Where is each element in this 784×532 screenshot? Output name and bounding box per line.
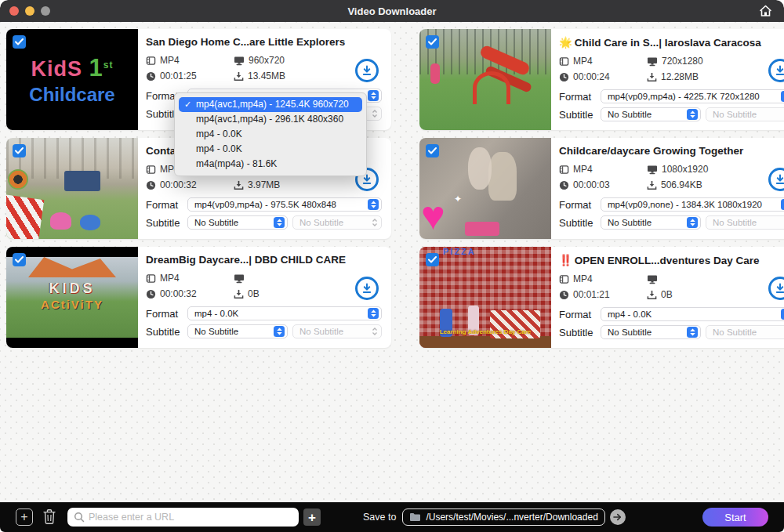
subtitle-label: Subtitle xyxy=(559,327,596,338)
video-title: DreamBig Daycare...| DBD CHILD CARE xyxy=(146,254,382,266)
open-folder-arrow-button[interactable] xyxy=(610,509,626,525)
download-button[interactable] xyxy=(768,59,784,82)
select-checkbox[interactable] xyxy=(13,144,26,157)
dropdown-option[interactable]: m4a(mp4a) - 81.6K xyxy=(179,157,362,172)
stepper-icon xyxy=(687,327,698,338)
stepper-icon xyxy=(274,217,285,228)
format-label: Format xyxy=(559,91,596,103)
bottom-toolbar: + + Save to /Users/test/Movies/...nverte… xyxy=(0,502,784,532)
dropdown-option[interactable]: mp4 - 0.0K xyxy=(179,142,362,157)
video-thumbnail xyxy=(419,29,551,130)
video-title: Childcare/daycare Growing Together xyxy=(559,145,784,157)
filesize-icon xyxy=(234,71,244,81)
video-list-area: KidS 1st Childcare San Diego Home C...ar… xyxy=(0,22,784,502)
video-thumbnail: KIDS ACtiViTY xyxy=(6,247,138,348)
subtitle-select-secondary[interactable]: No Subtitle xyxy=(706,215,784,230)
format-select[interactable]: mp4(vp09,mp4a) - 4225.7K 720x1280 xyxy=(601,89,784,103)
subtitle-select-secondary[interactable]: No Subtitle xyxy=(292,215,382,230)
select-checkbox[interactable] xyxy=(426,253,439,266)
download-icon xyxy=(775,283,784,295)
checkmark-icon: ✓ xyxy=(184,97,191,112)
stepper-icon xyxy=(368,199,379,210)
format-value: MP4 xyxy=(160,273,180,284)
filesize-value: 506.94KB xyxy=(661,179,702,190)
select-checkbox[interactable] xyxy=(426,144,439,157)
thumbnail-text: Childcare xyxy=(29,84,114,106)
save-path-value: /Users/test/Movies/...nverter/Downloaded xyxy=(426,512,597,523)
filesize-icon xyxy=(647,72,657,82)
download-button[interactable] xyxy=(355,277,379,300)
url-input[interactable] xyxy=(89,512,292,523)
video-meta: MP4 00:00:32 0B xyxy=(146,273,326,299)
download-button[interactable] xyxy=(768,168,784,191)
video-card: ♥ ✦ Childcare/daycare Growing Together M… xyxy=(419,138,784,239)
subtitle-select[interactable]: No Subtitle xyxy=(601,107,701,121)
subtitle-select-secondary[interactable]: No Subtitle xyxy=(706,325,784,339)
duration-icon xyxy=(146,180,156,190)
resolution-icon xyxy=(647,165,658,175)
video-title: 🌟Child Care in S...| Iaroslava Caracosa xyxy=(559,36,784,49)
select-checkbox[interactable] xyxy=(426,35,439,49)
subtitle-select[interactable]: No Subtitle xyxy=(187,324,288,338)
save-path-field[interactable]: /Users/test/Movies/...nverter/Downloaded xyxy=(402,508,604,526)
format-select[interactable]: mp4 - 0.0K xyxy=(187,306,382,320)
stepper-icon xyxy=(781,91,784,102)
subtitle-select[interactable]: No Subtitle xyxy=(601,215,701,230)
save-to-label: Save to xyxy=(363,512,396,523)
dropdown-option[interactable]: mp4 - 0.0K xyxy=(179,127,362,142)
file-format-icon xyxy=(559,165,569,175)
duration-value: 00:00:32 xyxy=(160,288,197,299)
start-button[interactable]: Start xyxy=(702,508,768,527)
video-meta: MP4 1080x1920 00:00:03 506.94KB xyxy=(559,164,739,190)
resolution-icon xyxy=(647,56,658,67)
app-window: Video Downloader KidS 1st Childcare San … xyxy=(0,0,784,532)
format-label: Format xyxy=(146,199,183,211)
format-select[interactable]: mp4(vp09,none) - 1384.3K 1080x1920 xyxy=(601,197,784,212)
zoom-window-button[interactable] xyxy=(41,6,50,16)
subtitle-select[interactable]: No Subtitle xyxy=(601,325,701,339)
add-url-button[interactable]: + xyxy=(303,508,321,526)
video-title: ‼️OPEN ENROLL...dventures Day Care xyxy=(559,254,784,266)
heart-graphic: ♥ xyxy=(421,195,445,236)
format-value: MP4 xyxy=(160,55,180,66)
subtitle-select[interactable]: No Subtitle xyxy=(187,215,288,230)
add-task-button[interactable]: + xyxy=(16,508,33,526)
trash-icon[interactable] xyxy=(41,508,58,527)
titlebar: Video Downloader xyxy=(0,0,784,22)
resolution-value: 1080x1920 xyxy=(662,164,708,175)
dropdown-option[interactable]: mp4(avc1,mp4a) - 296.1K 480x360 xyxy=(179,112,362,127)
traffic-lights xyxy=(9,6,50,16)
subtitle-label: Subtitle xyxy=(146,326,183,338)
duration-value: 00:00:03 xyxy=(573,179,610,190)
format-select[interactable]: mp4 - 0.0K xyxy=(601,307,784,321)
download-button[interactable] xyxy=(355,59,379,82)
file-format-icon xyxy=(146,165,156,175)
filesize-value: 3.97MB xyxy=(248,179,280,190)
resolution-icon xyxy=(234,273,245,284)
download-icon xyxy=(775,174,784,186)
format-label: Format xyxy=(146,308,183,320)
download-button[interactable] xyxy=(768,277,784,300)
resolution-icon xyxy=(234,56,245,66)
home-icon[interactable] xyxy=(757,4,773,18)
select-checkbox[interactable] xyxy=(13,35,26,49)
duration-icon xyxy=(559,290,569,300)
video-card: 🌟Child Care in S...| Iaroslava Caracosa … xyxy=(419,29,784,130)
minimize-window-button[interactable] xyxy=(25,6,34,16)
filesize-value: 0B xyxy=(248,288,260,299)
chevron-updown-icon xyxy=(371,109,379,118)
dropdown-option[interactable]: ✓mp4(avc1,mp4a) - 1245.4K 960x720 xyxy=(179,97,362,112)
video-meta: MP4 720x1280 00:00:24 12.28MB xyxy=(559,56,739,82)
close-window-button[interactable] xyxy=(9,6,19,16)
url-input-container xyxy=(67,508,299,527)
subtitle-select-secondary[interactable]: No Subtitle xyxy=(292,324,382,338)
subtitle-select-secondary[interactable]: No Subtitle xyxy=(706,107,784,121)
resolution-value: 720x1280 xyxy=(662,56,703,67)
stepper-icon xyxy=(687,109,698,120)
format-select[interactable]: mp4(vp09,mp4a) - 975.5K 480x848 xyxy=(187,197,382,212)
duration-value: 00:01:25 xyxy=(160,71,197,81)
stepper-icon xyxy=(274,326,285,337)
select-checkbox[interactable] xyxy=(13,253,26,266)
video-card: PIZZA Learning Adventures Day Care ‼️OPE… xyxy=(419,247,784,348)
duration-icon xyxy=(146,71,156,81)
